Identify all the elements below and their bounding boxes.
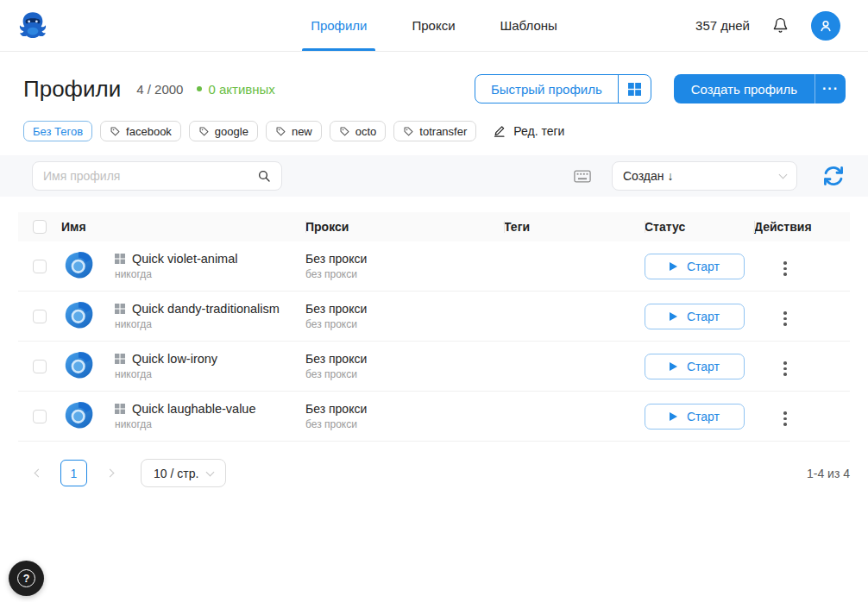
current-page[interactable]: 1 xyxy=(60,460,87,486)
row-checkbox[interactable] xyxy=(33,260,47,273)
account-button[interactable] xyxy=(811,11,840,41)
select-all-checkbox[interactable] xyxy=(33,220,47,234)
table-body: Quick violet-animal никогда Без прокси б… xyxy=(18,241,850,442)
proxy-detail: без прокси xyxy=(305,318,504,330)
row-checkbox[interactable] xyxy=(33,410,47,423)
tag-label: totransfer xyxy=(419,125,467,138)
keyboard-icon xyxy=(574,170,591,183)
windows-os-icon xyxy=(115,404,125,414)
prev-page-button[interactable] xyxy=(26,461,50,486)
start-button[interactable]: Старт xyxy=(645,354,745,379)
tab-proxies[interactable]: Прокси xyxy=(410,0,456,51)
profile-avatar xyxy=(61,249,96,284)
profile-name[interactable]: Quick laughable-value xyxy=(132,402,255,416)
column-status: Статус xyxy=(645,220,754,234)
row-menu-button[interactable] xyxy=(778,308,792,329)
quick-profile-label: Быстрый профиль xyxy=(475,75,618,103)
table-row[interactable]: Quick violet-animal никогда Без прокси б… xyxy=(18,241,850,292)
header-actions: Быстрый профиль Создать профиль ··· xyxy=(475,74,846,103)
play-icon xyxy=(670,362,677,371)
notifications-button[interactable] xyxy=(772,16,789,34)
play-icon xyxy=(670,412,677,421)
tag-list: facebook google new octo totransfer xyxy=(100,121,476,141)
row-checkbox[interactable] xyxy=(33,310,47,323)
table-row[interactable]: Quick dandy-traditionalism никогда Без п… xyxy=(18,292,850,342)
tag-filter[interactable]: new xyxy=(266,121,322,141)
chevron-left-icon xyxy=(34,469,42,478)
page-title: Профили xyxy=(23,76,121,103)
no-tags-filter[interactable]: Без Тегов xyxy=(23,121,92,141)
sort-value: Создан ↓ xyxy=(623,169,673,183)
proxy-detail: без прокси xyxy=(305,368,504,380)
quick-profile-button[interactable]: Быстрый профиль xyxy=(475,74,651,103)
profiles-count: 4 / 2000 xyxy=(136,82,183,97)
row-menu-button[interactable] xyxy=(778,258,792,279)
proxy-detail: без прокси xyxy=(305,268,504,280)
hotkeys-button[interactable] xyxy=(574,170,591,183)
active-profiles: 0 активных xyxy=(197,82,274,97)
row-menu-button[interactable] xyxy=(778,408,792,430)
windows-os-icon xyxy=(115,354,125,364)
profile-avatar xyxy=(61,349,96,384)
profile-name[interactable]: Quick low-irony xyxy=(132,352,217,366)
windows-os-icon xyxy=(115,304,125,314)
edit-tags-button[interactable]: Ред. теги xyxy=(493,124,564,138)
proxy-type: Без прокси xyxy=(305,252,504,266)
tag-label: new xyxy=(292,125,312,138)
green-dot-icon xyxy=(197,86,202,91)
table-row[interactable]: Quick low-irony никогда Без прокси без п… xyxy=(18,342,850,392)
column-proxy: Прокси xyxy=(305,220,504,234)
profile-name[interactable]: Quick violet-animal xyxy=(132,252,238,266)
tab-profiles[interactable]: Профили xyxy=(309,0,368,51)
tag-filter[interactable]: totransfer xyxy=(393,121,476,141)
column-tags: Теги xyxy=(504,220,645,234)
table-row[interactable]: Quick laughable-value никогда Без прокси… xyxy=(18,392,850,442)
top-nav: Профили Прокси Шаблоны 357 дней xyxy=(0,0,868,52)
last-run: никогда xyxy=(115,418,255,430)
edit-tags-label: Ред. теги xyxy=(513,124,564,138)
tag-filter[interactable]: google xyxy=(189,121,258,141)
play-icon xyxy=(670,262,677,271)
tag-icon xyxy=(403,126,414,137)
proxy-type: Без прокси xyxy=(305,402,504,416)
tab-templates[interactable]: Шаблоны xyxy=(499,0,559,51)
start-button[interactable]: Старт xyxy=(645,304,745,329)
nav-right-group: 357 дней xyxy=(695,11,854,41)
search-input[interactable] xyxy=(43,169,257,183)
start-button[interactable]: Старт xyxy=(645,254,745,279)
help-button[interactable]: ? xyxy=(9,561,44,596)
refresh-button[interactable] xyxy=(821,164,846,188)
refresh-icon xyxy=(821,164,846,188)
pagination: 1 10 / стр. 1-4 из 4 xyxy=(0,442,868,487)
no-tags-label: Без Тегов xyxy=(33,125,83,138)
question-mark-icon: ? xyxy=(17,569,35,587)
column-name: Имя xyxy=(61,220,305,234)
windows-os-icon xyxy=(115,254,125,264)
sort-select[interactable]: Создан ↓ xyxy=(612,161,797,191)
profile-name[interactable]: Quick dandy-traditionalism xyxy=(132,302,280,316)
search-icon[interactable] xyxy=(257,169,271,183)
next-page-button[interactable] xyxy=(97,461,122,486)
create-profile-more-button[interactable]: ··· xyxy=(815,74,846,103)
tag-icon xyxy=(275,126,286,137)
row-menu-button[interactable] xyxy=(778,358,792,379)
last-run: никогда xyxy=(115,318,280,330)
chevron-down-icon xyxy=(206,467,215,476)
profile-search[interactable] xyxy=(32,161,282,191)
row-checkbox[interactable] xyxy=(33,360,47,373)
tag-filter[interactable]: octo xyxy=(330,121,387,141)
chevron-right-icon xyxy=(105,469,114,478)
page-size-select[interactable]: 10 / стр. xyxy=(141,459,226,487)
start-label: Старт xyxy=(687,360,720,373)
quick-profile-os-segment[interactable] xyxy=(618,75,651,103)
start-button[interactable]: Старт xyxy=(645,404,745,430)
bell-icon xyxy=(772,16,789,34)
create-profile-button[interactable]: Создать профиль ··· xyxy=(674,74,846,103)
tag-icon xyxy=(110,126,121,137)
tag-filter[interactable]: facebook xyxy=(100,121,181,141)
tag-filter-bar: Без Тегов facebook google new octo xyxy=(0,103,868,141)
proxy-detail: без прокси xyxy=(305,418,504,430)
filter-band: Создан ↓ xyxy=(0,155,868,197)
active-profiles-label: 0 активных xyxy=(208,82,274,97)
start-label: Старт xyxy=(687,310,720,323)
